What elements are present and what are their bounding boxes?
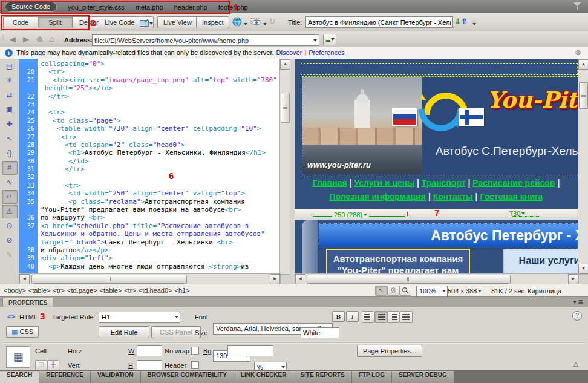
- magnification-combo[interactable]: 100%: [416, 286, 448, 297]
- window-size-value[interactable]: 504 x 388: [448, 287, 482, 295]
- code-line[interactable]: 26 <table width="730" align="center" cel…: [19, 125, 279, 133]
- preview-in-browser-icon[interactable]: [232, 17, 242, 27]
- tag-selector-item[interactable]: <td.head0>: [139, 287, 172, 294]
- code-line[interactable]: "You-Piter" предлагает вам поездки на ав…: [19, 206, 279, 214]
- syntax-error-alerts-icon[interactable]: ⚠: [2, 205, 18, 218]
- code-line[interactable]: 31 </tr>: [19, 165, 279, 173]
- forward-icon[interactable]: ▶: [23, 34, 29, 44]
- code-horizontal-scrollbar[interactable]: ◄ ►: [19, 273, 281, 285]
- nowrap-checkbox[interactable]: [191, 347, 199, 355]
- services-heading[interactable]: Наши услуги: [503, 249, 578, 273]
- tag-selector-item[interactable]: <body>: [4, 287, 26, 294]
- nav-link[interactable]: Главная: [313, 178, 347, 188]
- highlight-invalid-code-icon[interactable]: ∿: [2, 175, 18, 189]
- code-line[interactable]: 22 </tr>: [19, 93, 279, 100]
- code-line[interactable]: 33 <tr>: [19, 182, 279, 189]
- collapse-panel-icon[interactable]: △: [573, 361, 578, 367]
- tag-selector-item[interactable]: <td.page>: [67, 287, 97, 294]
- design-vertical-scrollbar[interactable]: ▲ ▼: [578, 59, 588, 275]
- page-heading[interactable]: Автобус Петербург - Хельсинки: [319, 223, 578, 247]
- align-right-button[interactable]: [387, 311, 400, 323]
- code-line[interactable]: 40 <p>Каждый день многие люди отправляют…: [19, 263, 279, 270]
- text-color-field[interactable]: [301, 327, 339, 338]
- open-documents-icon[interactable]: ▤: [2, 59, 18, 73]
- code-line[interactable]: cellspacing="0">: [19, 60, 279, 68]
- panel-menu-icon[interactable]: ▾ ≣: [573, 298, 583, 305]
- html-mode-button[interactable]: HTML: [19, 313, 38, 321]
- live-code-button[interactable]: Live Code: [99, 16, 141, 28]
- bottom-tab-link-checker[interactable]: LINK CHECKER: [234, 371, 294, 383]
- code-editor[interactable]: cellspacing="0">20 <tr>21 <td><img src="…: [19, 59, 279, 273]
- scroll-up-icon[interactable]: ▲: [578, 59, 588, 70]
- nav-link[interactable]: Полезная информация: [330, 192, 426, 201]
- preferences-link[interactable]: Preferences: [309, 49, 344, 56]
- show-code-navigator-icon[interactable]: ✳: [2, 74, 18, 88]
- bottom-tab-validation[interactable]: VALIDATION: [91, 371, 141, 383]
- file-management-icon[interactable]: ⇓⇑: [454, 17, 468, 26]
- scroll-down-icon[interactable]: ▼: [578, 264, 588, 274]
- apply-comment-icon[interactable]: ⊙: [2, 219, 18, 233]
- targeted-rule-combo[interactable]: H1: [99, 312, 180, 323]
- inspect-button[interactable]: Inspect: [196, 16, 229, 28]
- filter-funnel-icon[interactable]: [573, 2, 581, 10]
- code-line[interactable]: 23: [19, 100, 279, 108]
- visual-aids-icon[interactable]: [250, 17, 261, 27]
- tag-selector-item[interactable]: <tr>: [124, 287, 136, 294]
- code-line[interactable]: 37<a href="schedule.php" title="Расписан…: [19, 222, 279, 230]
- zoom-tool-icon[interactable]: [399, 286, 411, 296]
- code-line[interactable]: target="_blank">Санкт-Петербург - Хельси…: [19, 238, 279, 246]
- address-dropdown-icon[interactable]: [313, 39, 317, 44]
- code-line[interactable]: 36по маршруту <br>: [19, 214, 279, 221]
- bottom-tab-reference[interactable]: REFERENCE: [39, 371, 91, 383]
- bottom-tab-site-reports[interactable]: SITE REPORTS: [293, 371, 351, 383]
- hand-tool-icon[interactable]: [387, 286, 399, 296]
- tag-selector-item[interactable]: <table>: [28, 287, 51, 294]
- remove-comment-icon[interactable]: ⊘: [2, 234, 18, 247]
- nav-link[interactable]: Гостевая книга: [480, 192, 543, 201]
- scroll-left-icon[interactable]: ◄: [295, 274, 305, 284]
- header-checkbox[interactable]: [191, 361, 199, 369]
- title-input[interactable]: [305, 16, 453, 28]
- code-line[interactable]: 30 </td>: [19, 157, 279, 165]
- scroll-left-icon[interactable]: ◄: [19, 274, 30, 284]
- italic-button[interactable]: I: [346, 311, 359, 322]
- line-numbers-icon[interactable]: #: [2, 161, 18, 175]
- view-options-icon[interactable]: ≣: [323, 34, 336, 45]
- infobar-close-icon[interactable]: ⊗: [575, 48, 581, 57]
- align-justify-button[interactable]: [400, 311, 413, 323]
- code-line[interactable]: 28 <td colspan="2" class="head0">: [19, 141, 279, 149]
- nav-link[interactable]: Услуги и цены: [354, 178, 414, 188]
- select-tool-icon[interactable]: ↖: [375, 286, 387, 296]
- bottom-tab-browser-compatibility[interactable]: BROWSER COMPATIBILITY: [141, 371, 234, 383]
- tab-properties[interactable]: PROPERTIES: [2, 298, 53, 307]
- edit-rule-button[interactable]: Edit Rule: [99, 326, 149, 338]
- bold-button[interactable]: B: [332, 311, 345, 322]
- design-horizontal-scrollbar[interactable]: ◄ ►: [295, 273, 579, 285]
- tag-selector-item[interactable]: <table>: [100, 287, 122, 294]
- address-input[interactable]: [92, 34, 319, 46]
- scroll-right-icon[interactable]: ►: [270, 274, 280, 284]
- tag-selector-item[interactable]: <tr>: [53, 287, 65, 294]
- css-mode-button[interactable]: ▦ CSS: [6, 326, 39, 338]
- nav-link[interactable]: Контакты: [433, 192, 473, 201]
- nav-link[interactable]: Расписание рейсов: [472, 178, 555, 188]
- code-line[interactable]: 34 <td width="250" align="center" valign…: [19, 189, 279, 197]
- code-line[interactable]: 29 <h1>Автобус Петербург - Хельсинки, Фи…: [19, 149, 279, 157]
- bg-color-field[interactable]: [227, 345, 273, 356]
- code-line[interactable]: 39<div align="left">: [19, 254, 279, 262]
- code-line[interactable]: height="25"></td>: [19, 84, 279, 92]
- code-line[interactable]: 24 <tr>: [19, 108, 279, 116]
- code-line[interactable]: 21 <td><img src="images/page_top.png" al…: [19, 76, 279, 84]
- live-view-button[interactable]: Live View: [157, 16, 198, 28]
- balance-braces-icon[interactable]: {}: [2, 146, 18, 160]
- code-line[interactable]: 27 <tr>: [19, 133, 279, 141]
- split-cell-icon[interactable]: ╫: [47, 360, 59, 370]
- collapse-selection-icon[interactable]: ▣: [2, 103, 18, 117]
- back-icon[interactable]: ◀: [10, 34, 16, 44]
- code-line[interactable]: 32: [19, 173, 279, 181]
- scroll-right-icon[interactable]: ►: [568, 274, 578, 284]
- nav-link[interactable]: Транспорт: [422, 178, 466, 188]
- word-wrap-icon[interactable]: ↵: [2, 190, 18, 204]
- bottom-tab-server-debug[interactable]: SERVER DEBUG: [392, 371, 454, 383]
- home-icon[interactable]: ⌂: [50, 34, 54, 44]
